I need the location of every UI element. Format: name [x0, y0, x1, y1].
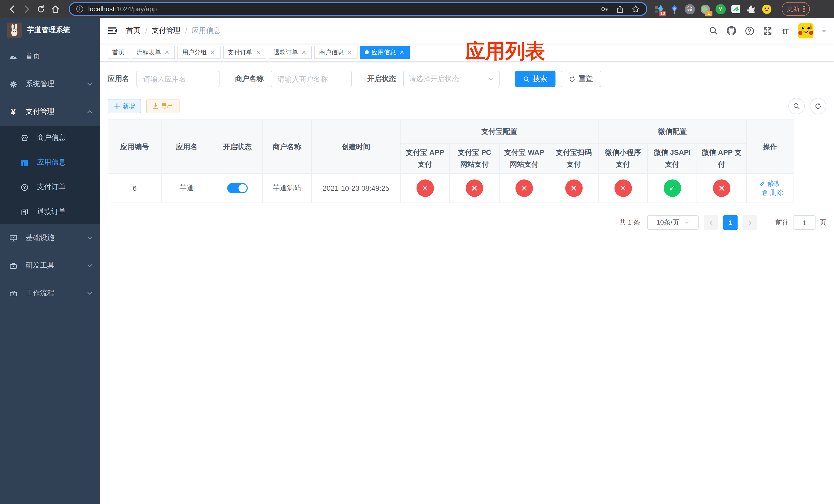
search-button[interactable]: 搜索 [515, 71, 555, 87]
browser-forward-button[interactable] [20, 2, 34, 16]
extension-circle-icon[interactable]: 1 [700, 4, 710, 14]
sidebar-item-pay-orders[interactable]: 支付订单 [0, 175, 100, 200]
browser-update-button[interactable]: 更新 [782, 2, 810, 16]
group-alipay: 支付宝配置 [400, 120, 598, 143]
sidebar-item-payment[interactable]: ¥ 支付管理 [0, 98, 100, 125]
chevron-up-icon [87, 109, 93, 115]
status-alipay-pc: ✕ [449, 174, 499, 203]
tab-home[interactable]: 首页 [108, 46, 129, 59]
extension-y-icon[interactable]: Y [715, 4, 726, 14]
tab-merchant-info[interactable]: 商户信息✕ [314, 46, 357, 59]
app-name-label: 应用名 [108, 74, 129, 84]
tab-refund-orders[interactable]: 退款订单✕ [269, 46, 312, 59]
sidebar-collapse-icon[interactable] [108, 26, 118, 36]
extension-sketch-icon[interactable]: 10 [654, 4, 664, 14]
close-icon[interactable]: ✕ [209, 49, 216, 55]
extension-puzzle-icon[interactable] [746, 4, 756, 14]
share-icon[interactable] [616, 5, 624, 13]
breadcrumb-payment[interactable]: 支付管理 [152, 26, 180, 36]
cell-app-id: 6 [108, 174, 161, 203]
table-toolbar: 新增 导出 [108, 98, 826, 114]
col-alipay-app: 支付宝 APP 支付 [400, 143, 449, 174]
col-app-name: 应用名 [161, 120, 212, 174]
sidebar-item-workflow[interactable]: 工作流程 [0, 279, 100, 307]
group-wechat: 微信配置 [598, 120, 747, 143]
extension-badge: 10 [659, 11, 666, 17]
tab-process-form[interactable]: 流程表单✕ [132, 46, 175, 59]
next-page-button[interactable] [743, 215, 757, 230]
prev-page-button[interactable] [704, 215, 718, 230]
toolbox-icon [9, 289, 18, 298]
delete-link[interactable]: 删除 [762, 188, 783, 198]
breadcrumb-current: 应用信息 [192, 26, 221, 36]
refresh-button[interactable] [810, 98, 826, 114]
sidebar-item-merchant-info[interactable]: 商户信息 [0, 125, 100, 150]
edit-link[interactable]: 修改 [759, 179, 781, 188]
gear-icon [9, 80, 18, 88]
chevron-down-icon [488, 76, 494, 82]
tab-pay-orders[interactable]: 支付订单✕ [223, 46, 266, 59]
address-bar[interactable]: localhost:1024/pay/app [69, 2, 647, 16]
col-alipay-qr: 支付宝扫码支付 [549, 143, 598, 174]
close-icon[interactable]: ✕ [301, 49, 307, 55]
page-size-select[interactable]: 10条/页 [647, 215, 699, 230]
col-wx-jsapi: 微信 JSAPI 支付 [648, 143, 697, 174]
grid-icon [21, 158, 29, 167]
tab-user-group[interactable]: 用户分组✕ [177, 46, 221, 59]
breadcrumb-home[interactable]: 首页 [126, 26, 140, 36]
extension-balloon-icon[interactable] [669, 4, 680, 14]
font-size-icon[interactable]: tT [780, 26, 790, 36]
github-icon[interactable] [726, 26, 737, 36]
status-alipay-app: ✕ [400, 174, 449, 203]
add-button[interactable]: 新增 [108, 99, 141, 113]
password-key-icon[interactable] [600, 5, 609, 13]
table-row: 6 芋道 芋道源码 2021-10-23 08:49:25 ✕ ✕ ✕ ✕ ✕ … [108, 174, 793, 203]
chevron-down-icon [684, 220, 689, 225]
sidebar-item-refund-orders[interactable]: 退款订单 [0, 200, 100, 224]
close-icon[interactable]: ✕ [346, 49, 353, 55]
browser-home-button[interactable] [48, 2, 63, 16]
header-search-icon[interactable] [708, 26, 719, 36]
breadcrumb: 首页 / 支付管理 / 应用信息 [126, 26, 221, 36]
cell-app-name: 芋道 [161, 174, 212, 203]
sidebar-item-home[interactable]: 首页 [0, 43, 100, 70]
sidebar-item-dev-tools[interactable]: 研发工具 [0, 252, 100, 279]
app-container: 应用名 商户名称 开启状态 请选择开启状态 [100, 62, 834, 230]
export-button[interactable]: 导出 [146, 99, 179, 113]
app-name-input[interactable] [136, 71, 220, 87]
tab-app-info[interactable]: 应用信息✕ [360, 46, 410, 59]
sidebar-item-system[interactable]: 系统管理 [0, 70, 100, 98]
col-wx-app: 微信 APP 支付 [697, 143, 747, 174]
reset-button[interactable]: 重置 [561, 71, 601, 87]
extension-command-icon[interactable]: ⌘ [684, 4, 695, 14]
close-icon[interactable]: ✕ [255, 49, 262, 55]
cell-merchant: 芋道源码 [262, 174, 312, 203]
goto-page-input[interactable] [793, 215, 815, 230]
browser-reload-button[interactable] [34, 2, 48, 16]
chevron-down-icon [87, 81, 93, 87]
caret-down-icon[interactable] [821, 28, 827, 33]
extension-emoji-icon[interactable] [761, 4, 772, 14]
chevron-down-icon [87, 290, 93, 296]
avatar[interactable] [798, 23, 813, 39]
enabled-toggle[interactable] [227, 183, 247, 193]
close-icon[interactable]: ✕ [163, 49, 170, 55]
site-info-icon[interactable] [76, 5, 84, 13]
toggle-search-button[interactable] [788, 98, 805, 114]
page-number-1[interactable]: 1 [723, 215, 738, 230]
extension-grammarly-icon[interactable] [730, 4, 741, 14]
help-icon[interactable] [744, 26, 754, 36]
status-select[interactable]: 请选择开启状态 [403, 71, 500, 87]
bookmark-star-icon[interactable] [631, 5, 640, 13]
fullscreen-icon[interactable] [762, 26, 772, 36]
sidebar-item-app-info[interactable]: 应用信息 [0, 150, 100, 175]
browser-back-button[interactable] [5, 2, 20, 16]
col-alipay-pc: 支付宝 PC 网站支付 [449, 143, 499, 174]
close-icon[interactable]: ✕ [398, 49, 405, 55]
browser-menu-icon[interactable] [803, 6, 805, 12]
sidebar-item-infrastructure[interactable]: 基础设施 [0, 224, 100, 252]
app-logo-row[interactable]: 芋道管理系统 [0, 18, 100, 43]
shop-icon [21, 134, 29, 142]
active-dot [365, 50, 369, 54]
merchant-name-input[interactable] [271, 71, 352, 87]
